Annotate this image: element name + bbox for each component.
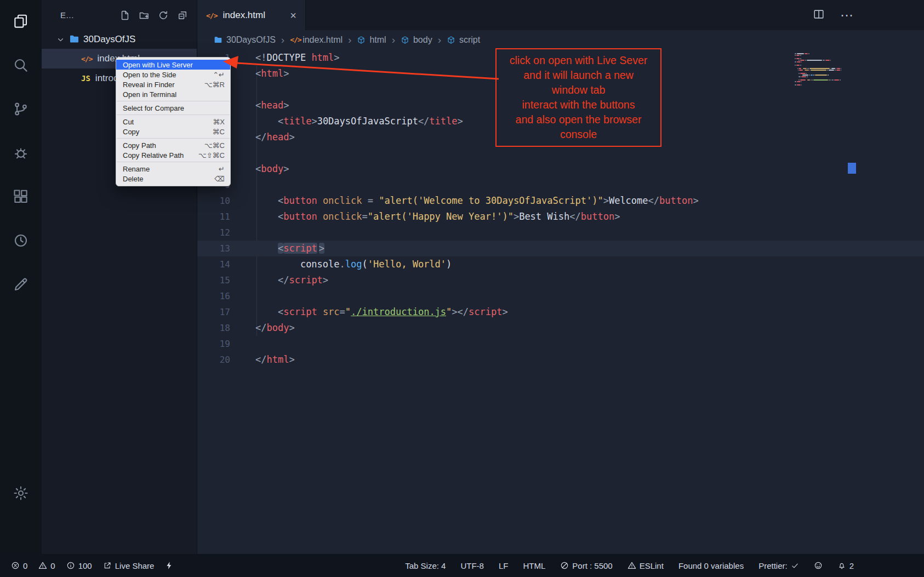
breadcrumb-label: 30DaysOfJS bbox=[226, 35, 276, 45]
menu-item-rename[interactable]: Rename↵ bbox=[116, 164, 230, 174]
status-live-share[interactable]: Live Share bbox=[103, 561, 155, 570]
menu-separator bbox=[117, 138, 230, 139]
status-info[interactable]: 100 bbox=[66, 561, 92, 570]
code-text: </script> bbox=[244, 272, 328, 288]
menu-item-select-for-compare[interactable]: Select for Compare bbox=[116, 103, 230, 113]
collapse-all-button[interactable] bbox=[177, 10, 188, 21]
breadcrumb: 30DaysOfJS›</>index.html›html›body›scrip… bbox=[197, 30, 924, 50]
code-line[interactable]: 20</html> bbox=[197, 352, 924, 368]
status-encoding[interactable]: UTF-8 bbox=[460, 561, 484, 570]
menu-item-cut[interactable]: Cut⌘X bbox=[116, 117, 230, 127]
code-line[interactable]: 13 <script> bbox=[197, 241, 924, 256]
activity-run-debug-button[interactable] bbox=[13, 145, 29, 161]
new-folder-icon bbox=[139, 10, 150, 21]
code-line[interactable]: 7 bbox=[197, 145, 924, 161]
minimap-line bbox=[795, 70, 842, 71]
new-folder-button[interactable] bbox=[139, 10, 150, 21]
menu-item-label: Open in Terminal bbox=[123, 90, 176, 99]
code-line[interactable]: 12 bbox=[197, 225, 924, 241]
status-errors[interactable]: 0 bbox=[11, 561, 27, 570]
status-notifications[interactable]: 2 bbox=[837, 561, 854, 570]
status-quick-action[interactable] bbox=[165, 561, 174, 570]
status-port[interactable]: Port : 5500 bbox=[560, 561, 612, 570]
menu-item-shortcut: ⌘X bbox=[213, 118, 225, 126]
new-file-button[interactable] bbox=[119, 10, 130, 21]
breadcrumb-item-html[interactable]: html bbox=[357, 35, 386, 45]
cube-icon bbox=[357, 36, 366, 44]
code-line[interactable]: 9 bbox=[197, 177, 924, 193]
menu-item-delete[interactable]: Delete⌫ bbox=[116, 174, 230, 184]
activity-search-button[interactable] bbox=[13, 57, 29, 73]
menu-item-shortcut: ⌥⌘C bbox=[204, 141, 225, 150]
breadcrumb-label: body bbox=[413, 35, 432, 45]
status-eslint[interactable]: ESLint bbox=[628, 561, 664, 570]
activity-settings-button[interactable] bbox=[13, 485, 29, 501]
split-editor-icon[interactable] bbox=[813, 8, 825, 22]
minimap-line bbox=[795, 55, 842, 56]
menu-item-label: Copy Path bbox=[123, 141, 156, 150]
breadcrumb-separator: › bbox=[281, 34, 284, 46]
folder-icon bbox=[69, 34, 79, 45]
minimap-line bbox=[795, 84, 842, 85]
code-text: </html> bbox=[244, 352, 295, 368]
menu-item-shortcut: ⌫ bbox=[215, 175, 225, 183]
line-number: 20 bbox=[197, 352, 244, 368]
activity-history-button[interactable] bbox=[13, 232, 29, 249]
menu-item-copy-relative-path[interactable]: Copy Relative Path⌥⇧⌘C bbox=[116, 150, 230, 160]
status-warnings[interactable]: 0 bbox=[38, 561, 55, 570]
status-prettier[interactable]: Prettier: bbox=[758, 561, 799, 570]
breadcrumb-item-30daysofjs[interactable]: 30DaysOfJS bbox=[214, 35, 276, 45]
vscode-window: E… 30DaysOfJS </>index.htmlJSintroductio… bbox=[0, 0, 924, 577]
breadcrumb-item-script[interactable]: script bbox=[447, 35, 480, 45]
code-line[interactable]: 8<body> bbox=[197, 161, 924, 177]
folder-icon bbox=[214, 36, 223, 44]
menu-item-shortcut: ⌥⌘R bbox=[204, 81, 225, 89]
menu-item-copy[interactable]: Copy⌘C bbox=[116, 127, 230, 136]
code-line[interactable]: 16 bbox=[197, 288, 924, 304]
js-file-icon: JS bbox=[81, 73, 90, 84]
activity-annotate-button[interactable] bbox=[13, 276, 29, 293]
code-file-icon: </> bbox=[81, 53, 92, 64]
activity-extensions-button[interactable] bbox=[13, 188, 29, 205]
code-line[interactable]: 14 console.log('Hello, World') bbox=[197, 256, 924, 272]
code-text: <button onclick="alert('Happy New Year!'… bbox=[244, 209, 620, 225]
folder-root-row[interactable]: 30DaysOfJS bbox=[42, 30, 197, 49]
status-variables[interactable]: Found 0 variables bbox=[678, 561, 744, 570]
status-prettier-label: Prettier: bbox=[758, 561, 788, 570]
status-feedback[interactable] bbox=[814, 561, 823, 570]
menu-item-reveal-in-finder[interactable]: Reveal in Finder⌥⌘R bbox=[116, 79, 230, 89]
code-line[interactable]: 10 <button onclick = "alert('Welcome to … bbox=[197, 193, 924, 209]
minimap-line bbox=[795, 65, 842, 66]
minimap[interactable] bbox=[795, 53, 842, 85]
lightning-icon bbox=[165, 561, 174, 570]
status-tab-size[interactable]: Tab Size: 4 bbox=[405, 561, 446, 570]
annotation-line: interact with the buttons bbox=[499, 98, 658, 112]
menu-item-open-in-terminal[interactable]: Open in Terminal bbox=[116, 89, 230, 99]
breadcrumb-item-body[interactable]: body bbox=[401, 35, 432, 45]
breadcrumb-separator: › bbox=[438, 34, 441, 46]
more-actions-icon[interactable]: ⋯ bbox=[840, 8, 854, 23]
menu-item-open-with-live-server[interactable]: Open with Live Server bbox=[116, 60, 230, 70]
menu-separator bbox=[117, 162, 230, 162]
overview-ruler-marker bbox=[848, 163, 856, 174]
code-line[interactable]: 18</body> bbox=[197, 320, 924, 336]
activity-explorer-button[interactable] bbox=[13, 13, 29, 30]
menu-item-open-to-the-side[interactable]: Open to the Side⌃↵ bbox=[116, 70, 230, 79]
status-eol[interactable]: LF bbox=[499, 561, 509, 570]
menu-item-label: Cut bbox=[123, 118, 134, 126]
menu-item-copy-path[interactable]: Copy Path⌥⌘C bbox=[116, 140, 230, 150]
breadcrumb-item-index-html[interactable]: </>index.html bbox=[290, 35, 343, 45]
close-icon[interactable]: × bbox=[290, 10, 296, 21]
breadcrumb-separator: › bbox=[348, 34, 351, 46]
code-line[interactable]: 11 <button onclick="alert('Happy New Yea… bbox=[197, 209, 924, 225]
activity-source-control-button[interactable] bbox=[13, 101, 29, 117]
code-line[interactable]: 17 <script src="./introduction.js"></scr… bbox=[197, 304, 924, 320]
refresh-button[interactable] bbox=[158, 10, 169, 21]
minimap-line bbox=[795, 61, 842, 62]
status-warnings-label: 0 bbox=[50, 561, 55, 570]
code-line[interactable]: 15 </script> bbox=[197, 272, 924, 288]
status-language[interactable]: HTML bbox=[523, 561, 545, 570]
code-line[interactable]: 19 bbox=[197, 336, 924, 352]
tab-index-html[interactable]: </> index.html × bbox=[197, 0, 306, 30]
warning-icon bbox=[38, 561, 47, 570]
